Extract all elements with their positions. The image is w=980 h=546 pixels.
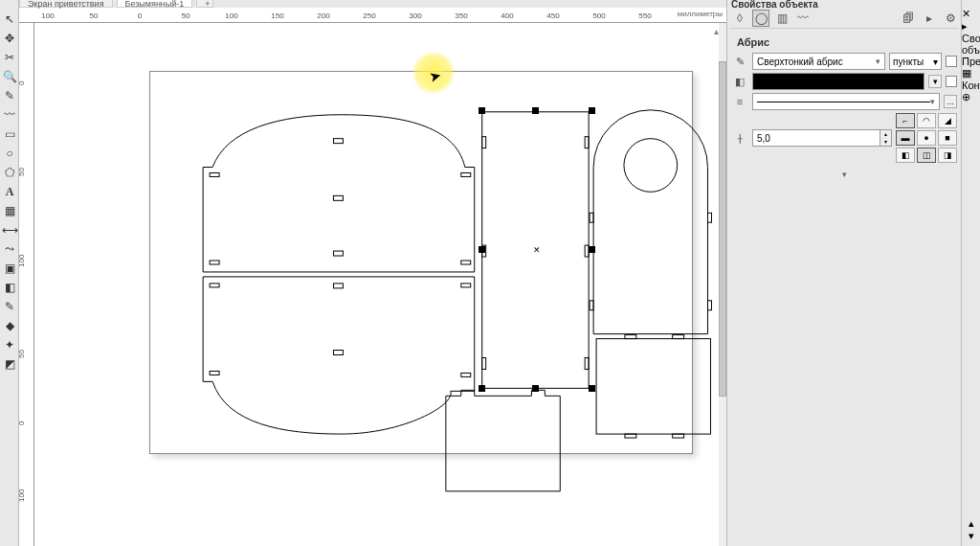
svg-rect-10 [461, 261, 471, 264]
transparency-tool[interactable]: ◧ [0, 278, 19, 297]
close-docker-icon[interactable]: ✕ [962, 8, 980, 20]
fill-tab-icon[interactable]: ◊ [731, 10, 748, 27]
artistic-media-tool[interactable]: 〰 [0, 105, 19, 125]
fill-tool[interactable]: ◆ [0, 316, 19, 335]
color-dropdown-arrow[interactable]: ▾ [928, 75, 942, 88]
palette-scroll-down[interactable]: ▾ [969, 530, 974, 542]
outline-width-value: Сверхтонкий абрис [757, 57, 843, 67]
selection-handle-ml[interactable] [479, 246, 485, 253]
outline-color-swatch[interactable] [752, 73, 924, 90]
tab-welcome[interactable]: Экран приветствия [19, 0, 113, 8]
docker-title: Свойства объекта [731, 0, 818, 10]
svg-rect-2 [210, 284, 219, 287]
ruler-tick-label: 50 [182, 11, 190, 20]
docker-menu-icon[interactable]: ▸ [962, 20, 980, 33]
corner-round-button[interactable]: ◠ [917, 113, 936, 128]
selection-handle-br[interactable] [589, 385, 595, 392]
position-outside-button[interactable]: ◧ [896, 148, 915, 163]
selection-handle-bm[interactable] [532, 385, 539, 392]
lock-color-checkbox[interactable] [946, 76, 957, 87]
copy-props-icon[interactable]: 🗐 [900, 10, 917, 27]
document-tabs: Экран приветствия Безымянный-1 + [19, 0, 213, 8]
zoom-tool[interactable]: 🔍 [0, 67, 19, 86]
scrollbar-thumb[interactable] [719, 61, 726, 397]
outline-tab-icon[interactable]: ◯ [752, 10, 769, 27]
dropshadow-tool[interactable]: ▣ [0, 259, 19, 278]
pick-tool[interactable]: ↖ [0, 10, 19, 29]
cap-square-button[interactable]: ■ [938, 130, 957, 146]
side-tab-object-props[interactable]: Свойства объекта [962, 33, 980, 56]
polygon-tool[interactable]: ⬠ [0, 163, 19, 182]
position-inside-button[interactable]: ◨ [938, 148, 957, 163]
drawing-canvas[interactable]: ▴ [34, 23, 726, 546]
corner-miter-button[interactable]: ⌐ [896, 113, 915, 128]
tab-document-1[interactable]: Безымянный-1 [117, 0, 193, 8]
svg-rect-19 [585, 358, 589, 370]
corner-bevel-button[interactable]: ◢ [938, 113, 957, 128]
smartfill-tool[interactable]: ◩ [0, 354, 19, 374]
page-boundary [149, 71, 693, 454]
interactive-tool[interactable]: ✦ [0, 335, 19, 354]
ruler-tick-label: 150 [271, 11, 283, 20]
side-tab-contour[interactable]: Контур [962, 80, 980, 91]
line-style-more[interactable]: ... [944, 95, 957, 108]
cap-round-button[interactable]: ● [917, 130, 936, 146]
ellipse-tool[interactable]: ○ [0, 144, 19, 163]
section-expander[interactable]: ▾ [731, 166, 957, 183]
dropdown-arrow-icon: ▾ [930, 97, 935, 106]
outline-units-dropdown[interactable]: пункты ▾ [889, 53, 942, 70]
options-icon[interactable]: ⚙ [942, 10, 959, 27]
crop-tool[interactable]: ✂ [0, 48, 19, 67]
palette-scroll-up[interactable]: ▴ [969, 517, 974, 530]
apply-icon[interactable]: ▸ [921, 10, 938, 27]
text-tool[interactable]: A [0, 182, 19, 201]
vertical-scrollbar[interactable] [719, 23, 726, 546]
outline-section-label: Абрис [731, 33, 957, 50]
ruler-tick-label: 100 [41, 11, 54, 20]
tab-add[interactable]: + [196, 0, 213, 8]
ruler-tick-label: 0 [138, 11, 142, 20]
ruler-units-label: миллиметры [678, 10, 723, 18]
connector-tool[interactable]: ⤳ [0, 239, 19, 259]
svg-rect-29 [673, 434, 684, 438]
side-tab-misc-icon[interactable]: ▦ [962, 67, 980, 80]
effects-tab-icon[interactable]: 〰 [794, 10, 812, 27]
toolbox: ↖ ✥ ✂ 🔍 ✎ 〰 ▭ ○ ⬠ A ▦ ⟷ ⤳ ▣ ◧ ✎ ◆ ✦ ◩ [0, 0, 19, 546]
outline-width-dropdown[interactable]: Сверхтонкий абрис ▾ [752, 53, 885, 70]
spinner-up[interactable]: ▴ [880, 130, 891, 138]
ruler-tick-label: 400 [501, 11, 513, 20]
svg-rect-9 [461, 172, 471, 176]
side-tab-transform[interactable]: Преобразования [962, 56, 980, 67]
spinner-down[interactable]: ▾ [880, 138, 891, 146]
selection-center-icon[interactable]: ✕ [533, 245, 541, 255]
freehand-tool[interactable]: ✎ [0, 86, 19, 105]
svg-rect-8 [333, 351, 343, 355]
miter-limit-field[interactable]: 5,0 ▴▾ [752, 129, 892, 147]
transparency-tab-icon[interactable]: ▥ [773, 10, 791, 27]
svg-rect-23 [590, 301, 593, 310]
ruler-tick-label: 100 [225, 11, 237, 20]
table-tool[interactable]: ▦ [0, 201, 19, 220]
pen-width-icon: ✎ [731, 53, 748, 70]
rect-tool[interactable]: ▭ [0, 125, 19, 144]
line-style-dropdown[interactable]: ▾ [752, 93, 940, 110]
shape-tool[interactable]: ✥ [0, 29, 19, 48]
selection-handle-tl[interactable] [479, 107, 485, 114]
dimension-tool[interactable]: ⟷ [0, 220, 19, 239]
svg-rect-11 [461, 284, 471, 287]
ruler-tick-label: 50 [90, 11, 99, 20]
svg-rect-22 [707, 213, 711, 222]
dropdown-arrow-icon: ▾ [933, 57, 938, 67]
svg-rect-1 [210, 261, 219, 264]
outline-units-value: пункты [893, 57, 924, 67]
svg-rect-25 [596, 339, 710, 435]
selection-handle-tm[interactable] [532, 107, 539, 114]
cap-butt-button[interactable]: ▬ [896, 130, 915, 146]
position-center-button[interactable]: ◫ [917, 148, 936, 163]
selection-handle-tr[interactable] [589, 107, 595, 114]
side-tab-target-icon[interactable]: ⊕ [962, 91, 980, 103]
eyedropper-tool[interactable]: ✎ [0, 297, 19, 316]
lock-width-checkbox[interactable] [946, 56, 957, 67]
selection-handle-mr[interactable] [589, 246, 595, 253]
selection-handle-bl[interactable] [479, 385, 485, 392]
